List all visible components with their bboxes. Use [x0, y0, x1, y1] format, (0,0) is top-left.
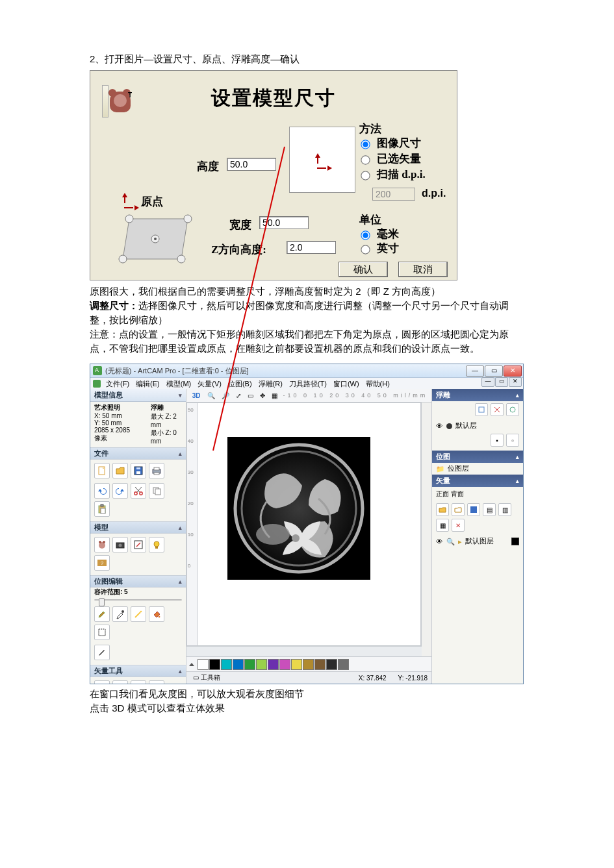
relief-opts-icon[interactable] — [506, 403, 519, 416]
mdi-close[interactable]: ✕ — [509, 377, 522, 387]
height-input[interactable] — [227, 158, 276, 171]
bitmap-layer-item[interactable]: 📁位图层 — [432, 463, 523, 475]
rect-tool-icon[interactable] — [131, 680, 146, 684]
menu-file[interactable]: 文件(F) — [103, 379, 132, 389]
swatch[interactable] — [326, 659, 337, 670]
menu-edit[interactable]: 编辑(E) — [133, 379, 162, 389]
maximize-button[interactable]: ▭ — [485, 366, 503, 377]
wand-icon[interactable] — [131, 606, 146, 622]
info-tool-icon[interactable]: ? — [94, 555, 110, 571]
swatch[interactable] — [198, 659, 209, 670]
vector-layer-item[interactable]: 👁🔍▸默认图层 — [432, 536, 523, 547]
menu-bitmap[interactable]: 位图(B) — [225, 379, 255, 389]
swatch[interactable] — [233, 659, 244, 670]
open-file-icon[interactable] — [112, 463, 128, 478]
section-bitmap-edit[interactable]: 位图编辑▴ — [90, 575, 186, 588]
menu-window[interactable]: 窗口(W) — [331, 379, 362, 389]
menu-help[interactable]: 帮助(H) — [363, 379, 392, 389]
radio-unit-inch[interactable]: 英寸 — [358, 241, 399, 256]
mini-icon[interactable]: ▫ — [506, 434, 519, 447]
folder-icon[interactable] — [436, 503, 449, 516]
layer-del-icon[interactable]: ✕ — [452, 519, 465, 532]
save-layer-icon[interactable] — [467, 503, 480, 516]
z-height-input[interactable] — [287, 241, 336, 254]
mdi-minimize[interactable]: — — [481, 377, 494, 387]
save-icon[interactable] — [131, 463, 146, 478]
layer-a-icon[interactable]: ▤ — [483, 503, 496, 516]
zoom-out-icon[interactable]: 🔎 — [220, 391, 231, 400]
copy-icon[interactable] — [149, 483, 164, 499]
layer-c-icon[interactable]: ▦ — [436, 519, 449, 532]
new-file-icon[interactable] — [94, 463, 110, 478]
swatch[interactable] — [256, 659, 267, 670]
mini-icon[interactable]: ▪ — [491, 434, 504, 447]
node-edit-icon[interactable] — [112, 680, 128, 684]
section-file[interactable]: 文件▴ — [90, 447, 186, 460]
origin-diagram[interactable] — [110, 212, 201, 275]
three-d-toggle[interactable]: 3D — [190, 391, 203, 400]
swatch[interactable] — [279, 659, 290, 670]
zoom-area-icon[interactable]: ▭ — [246, 391, 255, 400]
pointer-icon[interactable] — [94, 680, 110, 684]
camera-icon[interactable] — [112, 537, 128, 552]
radio-image-size[interactable]: 图像尺寸 — [358, 136, 421, 151]
relief-new-icon[interactable] — [475, 403, 488, 416]
section-vector-tools[interactable]: 矢量工具▴ — [90, 665, 186, 677]
vector-panel-header[interactable]: 矢量▴ — [432, 475, 523, 487]
brush-icon[interactable] — [94, 606, 110, 622]
dropper-icon[interactable] — [112, 606, 128, 622]
undo-icon[interactable] — [94, 483, 110, 499]
folder-open-icon[interactable] — [452, 503, 465, 516]
front-back-toggle[interactable]: 正面 背面 — [432, 487, 523, 501]
paste-icon[interactable] — [94, 501, 110, 517]
bitmap-panel-header[interactable]: 位图▴ — [432, 451, 523, 463]
selection-icon[interactable] — [94, 625, 110, 640]
bitmap-layer-label: 位图层 — [448, 464, 469, 473]
tolerance-slider[interactable] — [94, 599, 182, 601]
layer-color-swatch[interactable] — [511, 538, 519, 545]
palette-toggle-icon[interactable] — [189, 663, 194, 666]
radio-unit-mm[interactable]: 毫米 — [358, 227, 399, 242]
swatch[interactable] — [314, 659, 326, 670]
light-tool-icon[interactable] — [149, 537, 164, 552]
layer-b-icon[interactable]: ▥ — [498, 503, 511, 516]
show-grid-icon[interactable]: ▦ — [270, 391, 279, 400]
zoom-fit-icon[interactable]: ⤢ — [234, 391, 243, 400]
ok-button[interactable]: 确认 — [339, 262, 388, 277]
circle-tool-icon[interactable] — [149, 680, 164, 684]
menu-model[interactable]: 模型(M) — [164, 379, 194, 389]
relief-panel-header[interactable]: 浮雕▴ — [432, 389, 523, 401]
swatch[interactable] — [338, 659, 349, 670]
close-button[interactable]: ✕ — [504, 366, 522, 377]
width-input[interactable] — [259, 216, 309, 229]
swatch[interactable] — [291, 659, 302, 670]
swatch[interactable] — [244, 659, 255, 670]
pan-icon[interactable]: ✥ — [258, 391, 267, 400]
viewport[interactable]: 50 40 30 20 10 0 — [186, 403, 422, 646]
menu-vector[interactable]: 矢量(V) — [195, 379, 224, 389]
swatch[interactable] — [268, 659, 279, 670]
scrollbar-horizontal[interactable] — [186, 646, 422, 656]
minimize-button[interactable]: — — [466, 366, 484, 377]
swatch[interactable] — [303, 659, 314, 670]
print-icon[interactable] — [149, 463, 164, 478]
relief-delete-icon[interactable] — [491, 403, 504, 416]
fill-icon[interactable] — [149, 606, 164, 622]
relief-layer-item[interactable]: 👁默认层 — [432, 420, 523, 432]
cut-icon[interactable] — [131, 483, 146, 499]
zoom-in-icon[interactable]: 🔍 — [205, 391, 217, 400]
radio-selected-vector[interactable]: 已选矢量 — [358, 151, 421, 166]
mdi-restore[interactable]: ▭ — [495, 377, 508, 387]
swatch[interactable] — [221, 659, 232, 670]
menu-toolpath[interactable]: 刀具路径(T) — [287, 379, 329, 389]
scrollbar-vertical[interactable] — [420, 403, 422, 645]
swatch[interactable] — [209, 659, 220, 670]
teddy-tool-icon[interactable] — [94, 537, 110, 552]
size-tool-icon[interactable] — [131, 537, 146, 552]
cancel-button[interactable]: 取消 — [398, 262, 448, 277]
redo-icon[interactable] — [112, 483, 128, 499]
pencil-icon[interactable] — [94, 645, 110, 660]
section-model[interactable]: 模型▴ — [90, 521, 186, 534]
menu-relief[interactable]: 浮雕(R) — [256, 379, 285, 389]
radio-scan-dpi[interactable]: 扫描 d.p.i. — [358, 167, 426, 182]
